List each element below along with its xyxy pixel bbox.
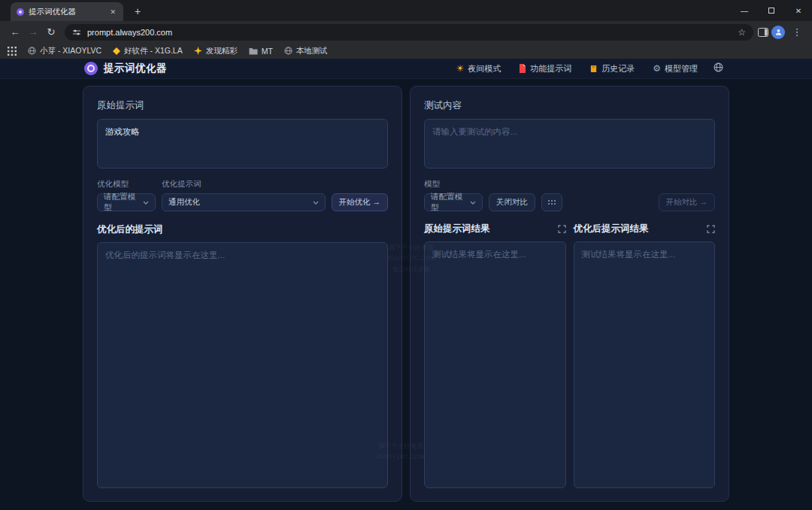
original-result-title: 原始提示词结果 [424, 223, 490, 235]
chevron-down-icon [143, 201, 149, 205]
original-prompt-value: 游戏攻略 [105, 127, 140, 136]
nav-label: 模型管理 [665, 63, 698, 74]
nav-history[interactable]: 历史记录 [583, 60, 641, 77]
nav-label: 夜间模式 [468, 63, 501, 74]
compare-results: 原始提示词结果 测试结果将显示在这里... 优化后提示词结果 测 [424, 223, 715, 488]
window-controls: — ✕ [731, 0, 812, 21]
refresh-icon[interactable]: ↻ [42, 26, 60, 38]
document-icon [519, 64, 526, 73]
bookmark-label: 发现精彩 [206, 46, 238, 56]
app-header: 提示词优化器 ☀ 夜间模式 功能提示词 历史记录 ⚙ 模型管理 [0, 59, 812, 79]
optimized-result-output[interactable]: 测试结果将显示在这里... [574, 241, 716, 488]
more-options-button[interactable] [541, 193, 562, 211]
original-prompt-input[interactable]: 游戏攻略 [97, 119, 388, 168]
close-button[interactable]: ✕ [785, 0, 812, 21]
globe-icon [28, 47, 36, 55]
maximize-button[interactable] [758, 0, 785, 21]
optimize-prompt-label: 优化提示词 [162, 179, 201, 190]
app-logo-icon [84, 62, 98, 75]
expand-icon[interactable] [707, 225, 715, 233]
select-value: 请配置模型 [104, 192, 139, 213]
test-controls: 请配置模型 关闭对比 开始对比 → [424, 193, 715, 211]
test-model-label-row: 模型 [424, 179, 715, 190]
expand-icon[interactable] [558, 225, 566, 233]
bookmark-label: 好软件 - X1G.LA [124, 46, 183, 56]
optimized-prompt-title: 优化后的提示词 [97, 223, 388, 236]
start-compare-button[interactable]: 开始对比 → [659, 193, 715, 211]
bookmark-item[interactable]: 好软件 - X1G.LA [113, 46, 183, 56]
side-panel-icon[interactable] [758, 28, 768, 37]
bookmark-label: 本地测试 [296, 46, 328, 56]
tab-favicon [17, 8, 24, 16]
optimize-controls: 请配置模型 通用优化 开始优化 → [97, 193, 388, 211]
browser-tab[interactable]: 提示词优化器 ✕ [11, 2, 123, 21]
dots-grid-icon [547, 199, 556, 205]
optimized-prompt-placeholder: 优化后的提示词将显示在这里... [105, 250, 225, 260]
apps-grid-icon[interactable] [8, 47, 17, 56]
optimize-model-select[interactable]: 请配置模型 [97, 193, 156, 211]
bookmark-item[interactable]: 本地测试 [284, 46, 328, 56]
site-settings-icon[interactable] [72, 28, 81, 37]
test-content-label: 测试内容 [424, 99, 715, 112]
gear-icon: ⚙ [653, 63, 661, 74]
back-icon[interactable]: ← [6, 26, 24, 38]
optimized-result-header: 优化后提示词结果 [574, 223, 716, 235]
tab-close-icon[interactable]: ✕ [108, 7, 117, 17]
optimize-model-label: 优化模型 [97, 179, 162, 190]
book-icon [589, 65, 598, 73]
language-button[interactable] [709, 59, 728, 78]
profile-avatar[interactable] [771, 26, 785, 39]
test-panel: 测试内容 请输入要测试的内容... 模型 请配置模型 关闭对比 [410, 86, 729, 502]
bookmark-item[interactable]: 小芽 - XIAOYLVC [28, 46, 102, 56]
sun-icon: ☀ [456, 63, 464, 74]
header-nav: ☀ 夜间模式 功能提示词 历史记录 ⚙ 模型管理 [449, 59, 728, 78]
bookmark-item[interactable]: 发现精彩 [194, 46, 238, 56]
optimized-result-title: 优化后提示词结果 [574, 223, 649, 235]
folder-icon [249, 47, 258, 55]
original-prompt-label: 原始提示词 [97, 99, 388, 112]
globe-icon [714, 62, 723, 72]
browser-titlebar: 提示词优化器 ✕ + — ✕ [0, 0, 812, 21]
forward-icon[interactable]: → [24, 26, 42, 38]
select-labels-row: 优化模型 优化提示词 [97, 179, 388, 190]
optimized-prompt-output[interactable]: 优化后的提示词将显示在这里... [97, 242, 388, 488]
url-text: prompt.always200.com [87, 28, 732, 37]
maximize-icon [768, 8, 774, 14]
app-title: 提示词优化器 [104, 62, 167, 75]
main-content: 原始提示词 游戏攻略 优化模型 优化提示词 请配置模型 通用优化 开始优化 → [0, 79, 812, 502]
bookmark-folder[interactable]: MT [249, 47, 273, 56]
person-icon [774, 28, 783, 36]
test-content-input[interactable]: 请输入要测试的内容... [424, 119, 715, 168]
new-tab-button[interactable]: + [131, 5, 144, 17]
sparkle-icon [194, 47, 202, 55]
optimize-template-select[interactable]: 通用优化 [162, 193, 326, 211]
nav-feature-prompts[interactable]: 功能提示词 [512, 60, 578, 77]
original-result-column: 原始提示词结果 测试结果将显示在这里... [424, 223, 566, 488]
optimized-result-column: 优化后提示词结果 测试结果将显示在这里... [574, 223, 716, 488]
original-result-header: 原始提示词结果 [424, 223, 566, 235]
bookmark-label: 小芽 - XIAOYLVC [40, 46, 102, 56]
url-bar[interactable]: prompt.always200.com ☆ [65, 24, 753, 41]
chevron-down-icon [313, 201, 319, 205]
bookmark-label: MT [262, 47, 273, 56]
diamond-icon [113, 47, 120, 55]
select-value: 通用优化 [168, 197, 200, 208]
close-compare-button[interactable]: 关闭对比 [489, 193, 535, 211]
optimize-panel: 原始提示词 游戏攻略 优化模型 优化提示词 请配置模型 通用优化 开始优化 → [83, 86, 402, 502]
optimized-result-placeholder: 测试结果将显示在这里... [582, 250, 676, 259]
test-model-label: 模型 [424, 179, 440, 190]
nav-night-mode[interactable]: ☀ 夜间模式 [449, 60, 508, 77]
nav-model-management[interactable]: ⚙ 模型管理 [646, 60, 704, 77]
original-result-output[interactable]: 测试结果将显示在这里... [424, 241, 566, 488]
bookmark-star-icon[interactable]: ☆ [738, 27, 746, 38]
globe-icon [284, 47, 292, 55]
nav-label: 历史记录 [601, 63, 635, 74]
minimize-button[interactable]: — [731, 0, 758, 21]
bookmarks-bar: 小芽 - XIAOYLVC 好软件 - X1G.LA 发现精彩 MT 本地测试 [0, 43, 812, 59]
browser-menu-icon[interactable]: ⋮ [788, 26, 806, 38]
test-model-select[interactable]: 请配置模型 [424, 193, 483, 211]
chevron-down-icon [470, 201, 476, 205]
test-content-placeholder: 请输入要测试的内容... [432, 127, 517, 136]
start-optimize-button[interactable]: 开始优化 → [332, 193, 388, 211]
original-result-placeholder: 测试结果将显示在这里... [432, 250, 526, 259]
